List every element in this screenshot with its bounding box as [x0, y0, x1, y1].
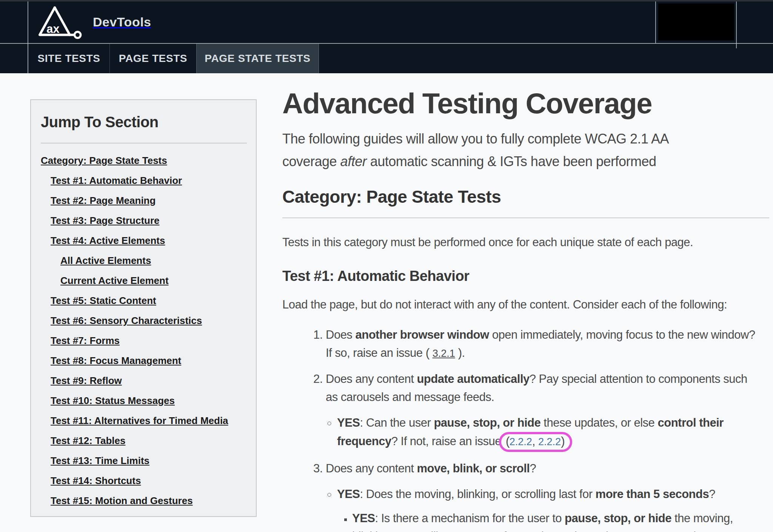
tab-label: SITE TESTS — [37, 52, 100, 65]
checklist-item-text: Does any content move, blink, or scroll? — [326, 460, 769, 478]
category-description: Tests in this category must be performed… — [282, 233, 769, 251]
svg-text:ax: ax — [46, 22, 59, 35]
header-separator-line — [28, 2, 28, 73]
toc-list: Category: Page State Tests Test #1: Auto… — [41, 155, 247, 515]
toc-title: Jump To Section — [41, 114, 247, 131]
toc-link-label: Test #3: Page Structure — [51, 215, 160, 226]
toc-link-category-page-state-tests[interactable]: Category: Page State Tests — [41, 155, 247, 175]
checklist-item-2: Does any content update automatically? P… — [326, 370, 769, 452]
intro-paragraph: The following guides will allow you to f… — [282, 128, 769, 173]
category-heading: Category: Page State Tests — [282, 187, 769, 218]
test1-description: Load the page, but do not interact with … — [282, 296, 769, 314]
header-box-left-line — [655, 2, 656, 43]
toc-link-label: Current Active Element — [60, 275, 169, 286]
toc-divider — [41, 143, 247, 143]
tab-page-tests[interactable]: PAGE TESTS — [109, 44, 196, 73]
yes-branch-item: YES: Does the moving, blinking, or scrol… — [337, 485, 769, 532]
yes-branch-item: YES: Is there a mechanism for the user t… — [352, 509, 769, 532]
toc-link-label: Test #9: Reflow — [51, 375, 122, 386]
toc-link-test-3-page-structure[interactable]: Test #3: Page Structure — [51, 215, 247, 235]
tab-label: PAGE TESTS — [119, 52, 187, 65]
yes-branch-item: YES: Can the user pause, stop, or hide t… — [337, 414, 769, 452]
toc-link-test-7-forms[interactable]: Test #7: Forms — [51, 335, 247, 355]
primary-nav: SITE TESTS PAGE TESTS PAGE STATE TESTS — [0, 44, 773, 73]
jump-to-section-panel: Jump To Section Category: Page State Tes… — [30, 99, 257, 517]
toc-link-test-13-time-limits[interactable]: Test #13: Time Limits — [51, 455, 247, 475]
header-box-right-line — [736, 2, 737, 48]
checklist-item-text: YES: Is there a mechanism for the user t… — [352, 509, 769, 532]
toc-link-test-10-status-messages[interactable]: Test #10: Status Messages — [51, 395, 247, 415]
tab-site-tests[interactable]: SITE TESTS — [28, 44, 109, 73]
nested-list: YES: Can the user pause, stop, or hide t… — [326, 414, 769, 452]
toc-link-label: All Active Elements — [60, 255, 151, 266]
test1-heading: Test #1: Automatic Behavior — [282, 268, 769, 284]
toc-link-label: Test #8: Focus Management — [51, 355, 181, 366]
page-title: Advanced Testing Coverage — [282, 88, 769, 119]
toc-link-label: Test #5: Static Content — [51, 295, 156, 306]
toc-link-test-6-sensory-characteristics[interactable]: Test #6: Sensory Characteristics — [51, 315, 247, 335]
wcag-ref-link[interactable]: 3.2.1 — [433, 348, 455, 359]
toc-link-label: Category: Page State Tests — [41, 155, 167, 166]
checklist-item-3: Does any content move, blink, or scroll?… — [326, 460, 769, 532]
test1-checklist: Does another browser window open immedia… — [282, 326, 769, 532]
toc-link-label: Test #10: Status Messages — [51, 395, 175, 406]
toc-link-test-11-alternatives-for-timed-media[interactable]: Test #11: Alternatives for Timed Media — [51, 415, 247, 435]
checklist-item-text: YES: Can the user pause, stop, or hide t… — [337, 414, 769, 452]
toc-link-label: Test #11: Alternatives for Timed Media — [51, 415, 228, 426]
toc-link-label: Test #7: Forms — [51, 335, 120, 346]
wcag-ref-link[interactable]: 2.2.2 — [538, 436, 561, 447]
tab-label: PAGE STATE TESTS — [205, 52, 310, 65]
toc-link-test-9-reflow[interactable]: Test #9: Reflow — [51, 375, 247, 395]
brand-logo-link[interactable]: ax DevTools — [37, 2, 151, 42]
toc-link-test-14-shortcuts[interactable]: Test #14: Shortcuts — [51, 475, 247, 495]
toc-link-test-15-motion-and-gestures[interactable]: Test #15: Motion and Gestures — [51, 495, 247, 515]
toc-link-label: Test #2: Page Meaning — [51, 195, 156, 206]
page-content: Jump To Section Category: Page State Tes… — [0, 73, 773, 532]
toc-link-label: Test #15: Motion and Gestures — [51, 495, 193, 506]
toc-link-label: Test #1: Automatic Behavior — [51, 175, 182, 186]
app-header: ax DevTools — [0, 0, 773, 44]
toc-link-test-4-active-elements[interactable]: Test #4: Active Elements — [51, 235, 247, 255]
brand-name: DevTools — [93, 15, 151, 29]
blacked-out-region — [658, 3, 734, 40]
toc-link-all-active-elements[interactable]: All Active Elements — [60, 255, 247, 275]
nested-list-level3: YES: Is there a mechanism for the user t… — [337, 509, 769, 532]
toc-link-test-2-page-meaning[interactable]: Test #2: Page Meaning — [51, 195, 247, 215]
toc-link-label: Test #14: Shortcuts — [51, 475, 141, 486]
nested-list: YES: Does the moving, blinking, or scrol… — [326, 485, 769, 532]
axe-logo-icon: ax — [37, 4, 83, 40]
header-top-strip — [0, 0, 773, 2]
toc-link-label: Test #6: Sensory Characteristics — [51, 315, 202, 326]
article: Advanced Testing Coverage The following … — [282, 73, 769, 532]
toc-link-current-active-element[interactable]: Current Active Element — [60, 275, 247, 295]
toc-link-test-12-tables[interactable]: Test #12: Tables — [51, 435, 247, 455]
toc-link-test-5-static-content[interactable]: Test #5: Static Content — [51, 295, 247, 315]
wcag-ref-link[interactable]: 2.2.2 — [510, 436, 532, 447]
toc-link-label: Test #13: Time Limits — [51, 455, 149, 466]
toc-link-label: Test #12: Tables — [51, 435, 125, 446]
checklist-item-text: Does another browser window open immedia… — [326, 326, 769, 362]
magenta-annotation: (2.2.2, 2.2.2) — [499, 432, 572, 452]
checklist-item-text: Does any content update automatically? P… — [326, 370, 769, 406]
toc-link-test-1-automatic-behavior[interactable]: Test #1: Automatic Behavior — [51, 175, 247, 195]
checklist-item-1: Does another browser window open immedia… — [326, 326, 769, 362]
checklist-item-text: YES: Does the moving, blinking, or scrol… — [337, 485, 769, 503]
toc-link-test-8-focus-management[interactable]: Test #8: Focus Management — [51, 355, 247, 375]
tab-page-state-tests[interactable]: PAGE STATE TESTS — [196, 44, 319, 73]
toc-link-label: Test #4: Active Elements — [51, 235, 165, 246]
